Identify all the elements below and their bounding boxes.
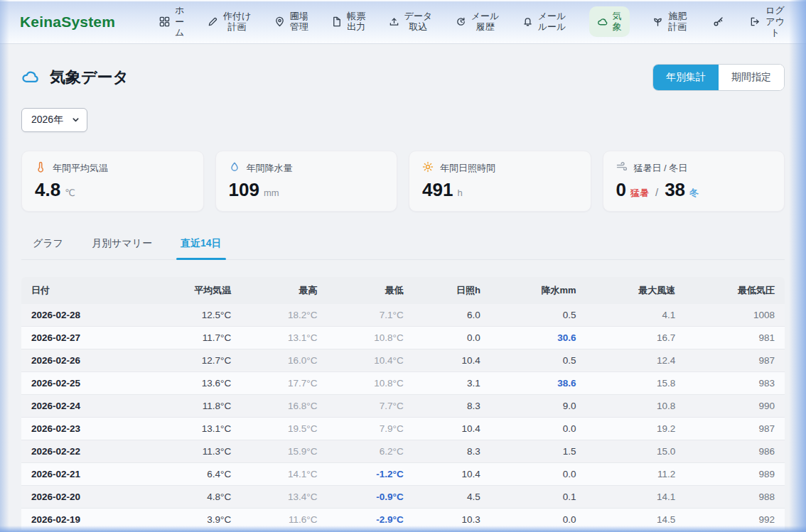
main-nav: ホ ー ム 作付け 計画 圃場 管理 帳票 出力 データ 取込 メール 履歴 メ… <box>159 5 785 39</box>
view-toggle: 年別集計 期間指定 <box>652 64 785 91</box>
nav-item-mail-rules[interactable]: メール ルール <box>522 11 566 33</box>
nav-item-weather[interactable]: 気 象 <box>589 6 630 38</box>
cell-sunshine: 8.3 <box>414 394 490 417</box>
cell-rainfall: 0.0 <box>490 508 586 531</box>
cell-max-temp: 14.1°C <box>241 462 327 485</box>
cell-avg-temp: 12.7°C <box>141 349 241 371</box>
home-grid-icon <box>159 16 170 27</box>
cell-max-wind: 16.7 <box>586 326 686 349</box>
brand-logo[interactable]: KeinaSystem <box>20 13 115 31</box>
stat-value: 491 <box>422 180 453 200</box>
nav-item-field-management[interactable]: 圃場 管理 <box>274 11 308 33</box>
cell-min-temp: -2.9°C <box>327 508 413 531</box>
cell-max-temp: 15.9°C <box>241 440 327 462</box>
nav-item-mail-history[interactable]: メール 履歴 <box>456 11 500 33</box>
cell-rainfall: 30.6 <box>490 326 586 349</box>
cell-max-temp: 19.5°C <box>241 417 327 440</box>
nav-item-fertilizer-plan[interactable]: 施肥 計画 <box>652 11 687 33</box>
cell-min-temp: 7.7°C <box>327 394 413 417</box>
tab-monthly-summary[interactable]: 月別サマリー <box>90 233 154 259</box>
stat-unit: ℃ <box>65 188 75 198</box>
cell-rainfall: 0.1 <box>490 485 586 508</box>
stat-label: 年間日照時間 <box>440 162 495 175</box>
cell-max-wind: 19.2 <box>586 417 686 440</box>
col-min-temp: 最低 <box>327 277 413 304</box>
table-row: 2026-02-22 11.3°C 15.9°C 6.2°C 8.3 1.5 1… <box>21 440 785 462</box>
file-icon <box>331 16 342 27</box>
cell-max-temp: 16.0°C <box>241 349 327 371</box>
toggle-yearly-summary[interactable]: 年別集計 <box>653 65 719 90</box>
nav-item-report-output[interactable]: 帳票 出力 <box>331 11 365 33</box>
table-row: 2026-02-26 12.7°C 16.0°C 10.4°C 10.4 0.5… <box>21 349 785 371</box>
stat-value: 109 <box>229 180 259 200</box>
weather-table: 日付 平均気温 最高 最低 日照h 降水mm 最大風速 最低気圧 2026-02… <box>21 277 785 531</box>
cell-avg-temp: 3.9°C <box>141 508 241 531</box>
cell-avg-temp: 12.5°C <box>141 304 241 327</box>
cell-avg-temp: 13.1°C <box>141 417 241 440</box>
tab-graph[interactable]: グラフ <box>31 233 65 259</box>
cell-avg-temp: 11.7°C <box>141 326 241 349</box>
top-navbar: KeinaSystem ホ ー ム 作付け 計画 圃場 管理 帳票 出力 データ… <box>0 0 806 44</box>
cell-avg-temp: 4.8°C <box>141 485 241 508</box>
stat-card-sunshine: 年間日照時間 491 h <box>409 151 591 212</box>
table-row: 2026-02-23 13.1°C 19.5°C 7.9°C 10.4 0.0 … <box>21 417 785 440</box>
wind-icon <box>616 161 628 175</box>
table-row: 2026-02-27 11.7°C 13.1°C 10.8°C 0.0 30.6… <box>21 326 785 349</box>
cell-avg-temp: 11.8°C <box>141 394 241 417</box>
nav-item-logout[interactable]: ログ アウ ト <box>750 5 785 39</box>
cell-max-temp: 18.2°C <box>241 304 327 327</box>
cell-avg-temp: 6.4°C <box>141 462 241 485</box>
year-select-row: 2026年 <box>21 108 785 132</box>
sprout-icon <box>652 16 663 27</box>
nav-item-password-key[interactable] <box>710 13 727 30</box>
cell-min-pressure: 990 <box>685 394 785 417</box>
cell-date: 2026-02-26 <box>21 349 141 371</box>
toggle-period-select[interactable]: 期間指定 <box>719 65 784 90</box>
cell-rainfall: 0.5 <box>490 304 586 327</box>
droplet-icon <box>229 161 240 175</box>
cell-min-temp: 7.9°C <box>327 417 413 440</box>
cold-days-value: 38 <box>665 180 685 200</box>
data-tabs: グラフ 月別サマリー 直近14日 <box>21 233 785 260</box>
table-row: 2026-02-20 4.8°C 13.4°C -0.9°C 4.5 0.1 1… <box>21 485 785 508</box>
col-sunshine: 日照h <box>414 277 490 304</box>
cloud-icon <box>597 16 608 27</box>
col-avg-temp: 平均気温 <box>141 277 241 304</box>
cell-rainfall: 0.0 <box>490 462 586 485</box>
page-title: 気象データ <box>50 67 129 88</box>
table-row: 2026-02-19 3.9°C 11.6°C -2.9°C 10.3 0.0 … <box>21 508 785 531</box>
cell-min-temp: 10.4°C <box>327 349 413 371</box>
nav-item-label: 気 象 <box>613 11 622 33</box>
nav-item-data-import[interactable]: データ 取込 <box>389 11 433 33</box>
cell-sunshine: 10.4 <box>414 462 490 485</box>
cell-rainfall: 9.0 <box>490 394 586 417</box>
cell-rainfall: 0.0 <box>490 417 586 440</box>
nav-item-label: ログ アウ ト <box>765 5 785 39</box>
cell-avg-temp: 13.6°C <box>141 371 241 394</box>
cell-min-temp: -0.9°C <box>327 485 413 508</box>
tab-recent-14-days[interactable]: 直近14日 <box>179 233 223 259</box>
cell-max-temp: 11.6°C <box>241 508 327 531</box>
cell-max-wind: 10.8 <box>586 394 686 417</box>
cell-min-pressure: 983 <box>685 371 785 394</box>
cell-max-wind: 11.2 <box>586 462 686 485</box>
weather-table-body: 2026-02-28 12.5°C 18.2°C 7.1°C 6.0 0.5 4… <box>21 304 785 531</box>
nav-item-home[interactable]: ホ ー ム <box>159 5 184 39</box>
col-max-temp: 最高 <box>241 277 327 304</box>
nav-item-label: メール ルール <box>538 11 566 33</box>
cell-min-pressure: 987 <box>685 417 785 440</box>
nav-item-label: 帳票 出力 <box>347 11 365 33</box>
stat-value: 4.8 <box>35 180 60 200</box>
nav-item-planting-plan[interactable]: 作付け 計画 <box>208 11 251 33</box>
cell-rainfall: 0.5 <box>490 349 586 371</box>
nav-item-label: ホ ー ム <box>175 5 184 39</box>
nav-item-label: メール 履歴 <box>471 11 500 33</box>
stat-card-extreme-days: 猛暑日 / 冬日 0 猛暑 / 38 冬 <box>603 151 785 212</box>
cell-max-wind: 15.0 <box>586 440 686 462</box>
year-select[interactable]: 2026年 <box>21 108 87 132</box>
nav-item-label: データ 取込 <box>404 11 433 33</box>
cell-max-temp: 17.7°C <box>241 371 327 394</box>
cell-date: 2026-02-27 <box>21 326 141 349</box>
cell-sunshine: 10.3 <box>414 508 490 531</box>
cell-avg-temp: 11.3°C <box>141 440 241 462</box>
